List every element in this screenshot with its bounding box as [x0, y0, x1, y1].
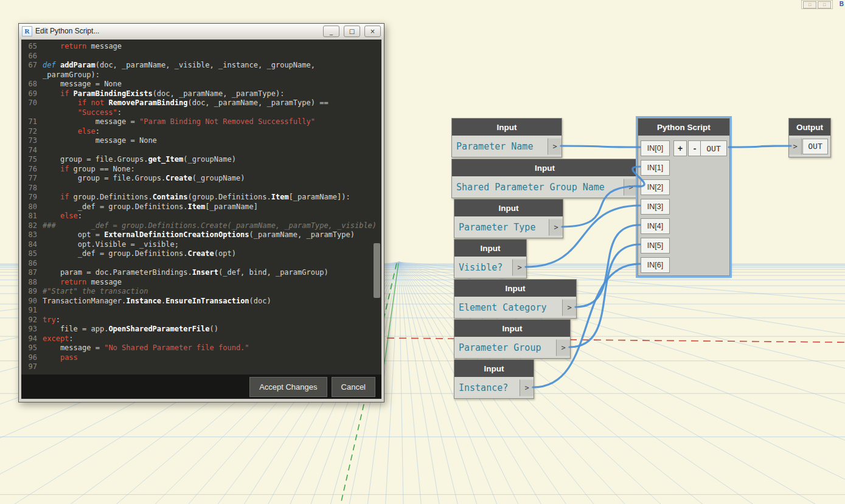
code-line[interactable]: 95 message = "No Shared Parameter file f… [21, 343, 381, 353]
code-line[interactable]: 86 [21, 259, 381, 269]
remove-input-button[interactable]: - [688, 140, 701, 156]
line-number: 93 [21, 325, 43, 334]
node-header[interactable]: Input [454, 360, 534, 377]
code-text: _paramGroup): [43, 71, 100, 80]
node-header[interactable]: Input [454, 320, 570, 337]
input-node: InputParameter Name> [451, 118, 562, 157]
code-line[interactable]: 96 pass [21, 353, 381, 363]
code-line[interactable]: 85 _def = group.Definitions.Create(opt) [21, 249, 381, 259]
code-line[interactable]: 69 if ParamBindingExists(doc, _paramName… [21, 89, 381, 99]
scrollbar-thumb[interactable] [374, 243, 380, 298]
node-header[interactable]: Input [454, 199, 563, 216]
code-line[interactable]: 76 if group == None: [21, 165, 381, 174]
output-port[interactable]: > [520, 379, 534, 396]
code-line[interactable]: 80 _def = group.Definitions.Item[_paramN… [21, 202, 381, 212]
python-in-port[interactable]: IN[1] [641, 160, 670, 176]
add-input-button[interactable]: + [673, 140, 687, 156]
code-line[interactable]: 83 opt = ExternalDefinitionCreationOptio… [21, 230, 381, 240]
node-header[interactable]: Input [454, 280, 576, 297]
cancel-button[interactable]: Cancel [332, 377, 375, 397]
output-port[interactable]: > [562, 299, 576, 316]
window-title: Edit Python Script... [35, 27, 319, 35]
code-rows: 65 return message6667def addParam(doc, _… [21, 42, 381, 372]
code-line[interactable]: 84 opt.Visible = _visible; [21, 240, 381, 250]
node-header[interactable]: Input [454, 240, 526, 257]
close-button[interactable]: × [364, 26, 381, 37]
line-number: 77 [21, 174, 43, 184]
code-line[interactable]: 74 [21, 146, 381, 156]
node-header[interactable]: Output [789, 119, 830, 136]
code-line[interactable]: 70 if not RemoveParamBinding(doc, _param… [21, 98, 381, 108]
code-line[interactable]: 87 param = doc.ParameterBindings.Insert(… [21, 268, 381, 278]
input-value[interactable]: Instance? [459, 382, 508, 393]
node-header[interactable]: Input [452, 119, 562, 136]
toolbar-button-icon[interactable]: □ [818, 1, 831, 9]
line-number [21, 108, 43, 118]
code-text: return message [43, 42, 122, 52]
input-value[interactable]: Parameter Name [456, 141, 533, 152]
node-body: >OUT [789, 136, 830, 157]
code-text: def addParam(doc, _paramName, _visible, … [43, 61, 315, 71]
code-line[interactable]: 68 message = None [21, 80, 381, 89]
code-line[interactable]: 82### _def = group.Definitions.Create(_p… [21, 221, 381, 231]
output-value[interactable]: OUT [802, 139, 828, 154]
python-in-port[interactable]: IN[6] [641, 257, 670, 273]
code-line[interactable]: 79 if group.Definitions.Contains(group.D… [21, 193, 381, 202]
input-value[interactable]: Element Category [459, 302, 547, 313]
code-line[interactable]: 97 [21, 362, 381, 372]
code-line[interactable]: 73 message = None [21, 136, 381, 146]
line-number: 85 [21, 249, 43, 259]
toolbar-button-icon[interactable]: □ [803, 1, 816, 9]
line-number: 90 [21, 297, 43, 306]
input-port[interactable]: > [789, 138, 802, 154]
output-port[interactable]: > [624, 179, 638, 195]
code-line[interactable]: 81 else: [21, 212, 381, 221]
editor-scrollbar[interactable] [374, 42, 380, 372]
code-line[interactable]: 77 group = file.Groups.Create(_groupName… [21, 174, 381, 184]
code-line[interactable]: 67def addParam(doc, _paramName, _visible… [21, 61, 381, 71]
maximize-button[interactable]: □ [344, 26, 360, 37]
accept-changes-button[interactable]: Accept Changes [249, 377, 327, 397]
code-line[interactable]: 65 return message [21, 42, 381, 52]
python-out-port[interactable]: OUT [700, 140, 727, 156]
output-port[interactable]: > [549, 219, 563, 235]
input-value[interactable]: Shared Parameter Group Name [456, 182, 605, 193]
code-line[interactable]: 71 message = "Param Binding Not Removed … [21, 117, 381, 127]
output-port[interactable]: > [512, 259, 526, 275]
python-in-port[interactable]: IN[0] [641, 140, 670, 156]
code-line[interactable]: 75 group = file.Groups.get_Item(_groupNa… [21, 155, 381, 165]
python-code-editor[interactable]: 65 return message6667def addParam(doc, _… [21, 40, 381, 375]
line-number: 89 [21, 287, 43, 297]
viewport-toolbar: □ □ [801, 0, 833, 9]
node-header[interactable]: Input [452, 159, 638, 176]
code-line[interactable]: 94except: [21, 334, 381, 344]
output-port[interactable]: > [556, 339, 570, 356]
python-in-port[interactable]: IN[3] [641, 199, 670, 215]
code-line[interactable]: 92try: [21, 316, 381, 325]
input-value[interactable]: Parameter Type [459, 222, 535, 233]
code-line[interactable]: _paramGroup): [21, 71, 381, 80]
python-in-port[interactable]: IN[5] [641, 238, 670, 254]
python-in-port[interactable]: IN[4] [641, 218, 670, 234]
code-line[interactable]: 66 [21, 52, 381, 61]
window-footer: Accept Changes Cancel [21, 375, 381, 399]
code-line[interactable]: 88 return message [21, 278, 381, 288]
code-text: if group == None: [43, 165, 135, 174]
code-line[interactable]: 91 [21, 306, 381, 316]
line-number: 65 [21, 42, 43, 52]
input-value[interactable]: Parameter Group [459, 342, 541, 353]
code-text: if not RemoveParamBinding(doc, _paramNam… [43, 98, 329, 108]
code-line[interactable]: 78 [21, 184, 381, 193]
minimize-button[interactable]: _ [323, 26, 339, 37]
code-line[interactable]: 93 file = app.OpenSharedParameterFile() [21, 325, 381, 334]
output-port[interactable]: > [548, 138, 562, 154]
code-line[interactable]: 90TransactionManager.Instance.EnsureInTr… [21, 297, 381, 306]
window-titlebar[interactable]: R Edit Python Script... _ □ × [19, 24, 384, 38]
code-line[interactable]: 72 else: [21, 127, 381, 137]
code-line[interactable]: 89#"Start" the transaction [21, 287, 381, 297]
node-header[interactable]: Python Script [638, 119, 729, 136]
input-value[interactable]: Visible? [459, 262, 502, 273]
python-in-port[interactable]: IN[2] [641, 179, 670, 195]
code-line[interactable]: "Success": [21, 108, 381, 118]
code-text: if ParamBindingExists(doc, _paramName, _… [43, 89, 284, 99]
